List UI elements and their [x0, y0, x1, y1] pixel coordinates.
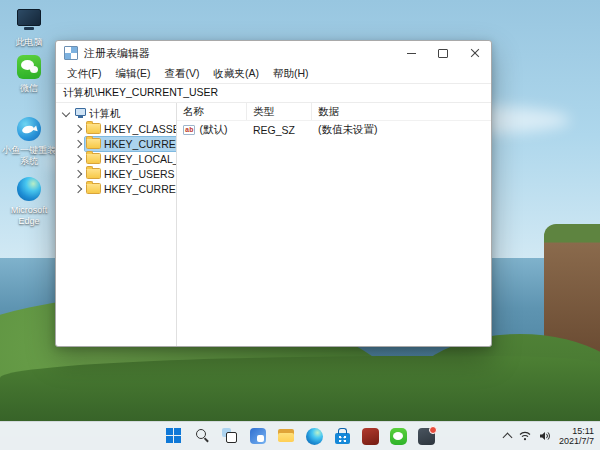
taskbar: 15:11 2021/7/7: [0, 421, 600, 450]
title-bar[interactable]: 注册表编辑器: [56, 41, 491, 65]
maximize-button[interactable]: [427, 41, 459, 65]
app-with-badge-icon[interactable]: [414, 424, 438, 448]
desktop: 此电脑 微信 小鱼一键重装系统 Microsoft Edge 注册表编辑器 文件…: [0, 0, 600, 450]
value-type: REG_SZ: [247, 124, 312, 136]
system-tray: 15:11 2021/7/7: [504, 422, 594, 450]
this-pc-icon: [16, 9, 42, 35]
value-name: (默认): [199, 123, 227, 137]
chevron-right-icon[interactable]: [74, 184, 82, 192]
tree-item-label: HKEY_USERS: [104, 168, 175, 180]
edge-icon: [16, 177, 42, 203]
reg-sz-icon: ab: [183, 125, 195, 135]
desktop-icon-label: 微信: [2, 83, 56, 94]
close-button[interactable]: [459, 41, 491, 65]
tree-item-hkey-classes-root[interactable]: HKEY_CLASSES_ROOT: [56, 121, 176, 136]
tree-item-label: HKEY_CURRENT_USER: [104, 138, 177, 150]
chevron-right-icon[interactable]: [74, 169, 82, 177]
tree-item-label: HKEY_CLASSES_ROOT: [104, 123, 177, 135]
desktop-icon-label: 此电脑: [2, 37, 56, 48]
folder-icon: [86, 168, 101, 179]
menu-edit[interactable]: 编辑(E): [108, 67, 157, 81]
menu-bar: 文件(F) 编辑(E) 查看(V) 收藏夹(A) 帮助(H): [56, 65, 491, 83]
desktop-icon-wechat[interactable]: 微信: [2, 54, 56, 94]
menu-favorites[interactable]: 收藏夹(A): [206, 67, 266, 81]
start-button[interactable]: [162, 424, 186, 448]
tree-item-hkey-local-machine[interactable]: HKEY_LOCAL_MACHINE: [56, 151, 176, 166]
folder-icon: [86, 123, 101, 134]
folder-icon: [86, 153, 101, 164]
edge-taskbar-icon[interactable]: [302, 424, 326, 448]
address-bar[interactable]: 计算机\HKEY_CURRENT_USER: [56, 83, 491, 103]
wechat-icon: [16, 55, 42, 81]
tree-item-computer[interactable]: 计算机: [56, 106, 176, 121]
chevron-right-icon[interactable]: [74, 154, 82, 162]
tree-item-hkey-users[interactable]: HKEY_USERS: [56, 166, 176, 181]
tray-time: 15:11: [559, 426, 594, 437]
window-controls: [395, 41, 491, 65]
column-header-type[interactable]: 类型: [247, 103, 312, 120]
chevron-right-icon[interactable]: [74, 124, 82, 132]
window-body: 计算机 HKEY_CLASSES_ROOT HKEY_CURRENT_USER …: [56, 103, 491, 346]
clock[interactable]: 15:11 2021/7/7: [559, 426, 594, 447]
tree-item-hkey-current-user[interactable]: HKEY_CURRENT_USER: [56, 136, 176, 151]
tray-overflow-chevron-icon[interactable]: [503, 433, 513, 443]
desktop-icon-edge[interactable]: Microsoft Edge: [2, 176, 56, 227]
desktop-icon-label: Microsoft Edge: [2, 205, 56, 227]
wallpaper-cliff: [544, 224, 600, 352]
volume-icon[interactable]: [539, 431, 551, 441]
address-text: 计算机\HKEY_CURRENT_USER: [63, 86, 218, 100]
list-header: 名称 类型 数据: [177, 103, 491, 121]
red-app-icon[interactable]: [358, 424, 382, 448]
tray-date: 2021/7/7: [559, 436, 594, 447]
task-view-icon[interactable]: [218, 424, 242, 448]
file-explorer-icon[interactable]: [274, 424, 298, 448]
chevron-down-icon[interactable]: [62, 108, 70, 116]
widgets-icon[interactable]: [246, 424, 270, 448]
folder-icon: [86, 183, 101, 194]
chevron-right-icon[interactable]: [74, 139, 82, 147]
wechat-taskbar-icon[interactable]: [386, 424, 410, 448]
desktop-icon-this-pc[interactable]: 此电脑: [2, 6, 56, 48]
menu-file[interactable]: 文件(F): [60, 67, 108, 81]
store-icon[interactable]: [330, 424, 354, 448]
tree-item-hkey-current-config[interactable]: HKEY_CURRENT_CONFIG: [56, 181, 176, 196]
minimize-button[interactable]: [395, 41, 427, 65]
window-title: 注册表编辑器: [84, 46, 150, 61]
search-icon[interactable]: [190, 424, 214, 448]
desktop-icon-label: 小鱼一键重装系统: [2, 145, 56, 167]
computer-icon: [74, 108, 86, 119]
column-header-data[interactable]: 数据: [312, 103, 491, 120]
value-row-default[interactable]: ab (默认) REG_SZ (数值未设置): [177, 121, 491, 138]
menu-view[interactable]: 查看(V): [157, 67, 206, 81]
tree-item-label: 计算机: [89, 107, 121, 121]
desktop-icon-xiaoyu[interactable]: 小鱼一键重装系统: [2, 116, 56, 167]
taskbar-center: [162, 422, 438, 450]
network-icon[interactable]: [519, 431, 531, 441]
tree-item-label: HKEY_LOCAL_MACHINE: [104, 153, 177, 165]
registry-editor-window: 注册表编辑器 文件(F) 编辑(E) 查看(V) 收藏夹(A) 帮助(H) 计算…: [55, 40, 492, 347]
menu-help[interactable]: 帮助(H): [266, 67, 316, 81]
registry-editor-icon: [64, 46, 78, 60]
xiaoyu-installer-icon: [16, 117, 42, 143]
folder-icon: [86, 138, 101, 149]
column-header-name[interactable]: 名称: [177, 103, 247, 120]
values-list-pane: 名称 类型 数据 ab (默认) REG_SZ (数值未设置): [177, 103, 491, 346]
registry-tree-pane: 计算机 HKEY_CLASSES_ROOT HKEY_CURRENT_USER …: [56, 103, 177, 346]
value-data: (数值未设置): [312, 123, 491, 137]
tree-item-label: HKEY_CURRENT_CONFIG: [104, 183, 177, 195]
